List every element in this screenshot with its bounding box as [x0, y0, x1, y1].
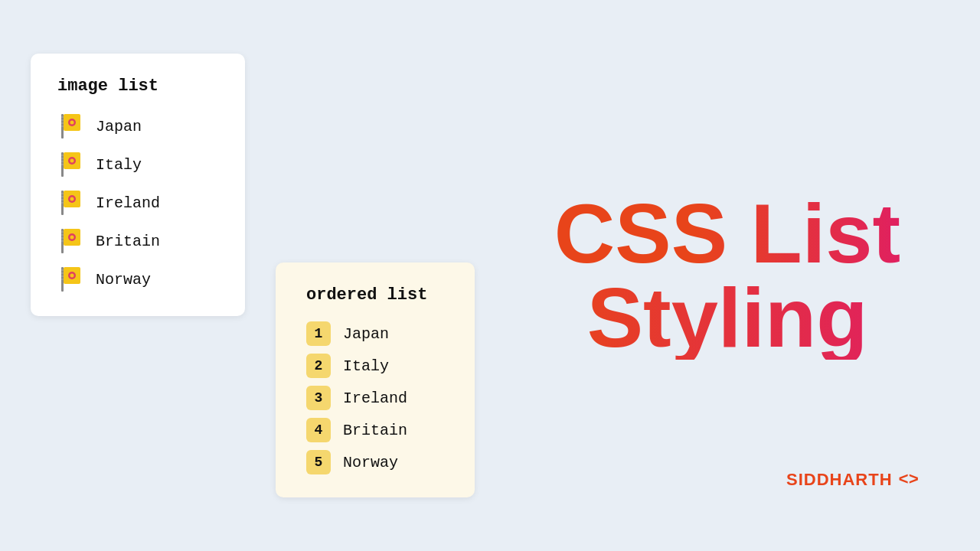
list-item-label: Italy: [96, 156, 142, 174]
list-item-label: Italy: [343, 357, 389, 375]
image-list-card: image list Japan: [31, 54, 245, 316]
list-item: Japan: [57, 112, 218, 140]
list-item: 3 Ireland: [306, 386, 444, 410]
brand-name: SIDDHARTH: [786, 470, 893, 490]
list-item: Norway: [57, 266, 218, 293]
right-section: CSS List Styling SIDDHARTH <>: [505, 31, 949, 520]
list-number: 3: [306, 386, 331, 410]
list-item-label: Norway: [343, 454, 398, 471]
svg-point-27: [70, 236, 74, 240]
list-number: 5: [306, 450, 331, 474]
heading-line2: Styling: [554, 276, 900, 360]
list-item-label: Britain: [96, 233, 160, 250]
flag-icon: [57, 266, 85, 293]
list-item: Ireland: [57, 189, 218, 217]
flag-icon: [57, 151, 85, 178]
svg-point-35: [70, 274, 74, 278]
flag-icon: [57, 227, 85, 255]
svg-point-11: [70, 159, 74, 163]
list-item-label: Japan: [96, 118, 142, 135]
list-item: 5 Norway: [306, 450, 444, 474]
flag-icon: [57, 112, 85, 140]
ordered-list-card: ordered list 1 Japan 2 Italy 3 Ireland 4…: [276, 262, 475, 497]
image-list: Japan Italy: [57, 112, 218, 293]
image-list-title: image list: [57, 77, 218, 96]
list-item-label: Ireland: [96, 194, 160, 212]
brand-icon: <>: [899, 471, 919, 490]
list-number: 2: [306, 354, 331, 378]
list-item: 4 Britain: [306, 418, 444, 442]
list-item-label: Britain: [343, 422, 407, 439]
list-item-label: Norway: [96, 271, 151, 289]
main-layout: image list Japan: [0, 0, 980, 551]
heading-line1: CSS List: [554, 191, 900, 276]
list-item: Italy: [57, 151, 218, 178]
ordered-list-title: ordered list: [306, 285, 444, 305]
list-number: 4: [306, 418, 331, 442]
brand-footer: SIDDHARTH <>: [786, 470, 919, 490]
list-number: 1: [306, 321, 331, 346]
list-item-label: Ireland: [343, 390, 407, 407]
list-item: Britain: [57, 227, 218, 255]
list-item-label: Japan: [343, 325, 389, 343]
list-item: 1 Japan: [306, 321, 444, 346]
svg-point-19: [70, 197, 74, 201]
flag-icon: [57, 189, 85, 217]
ordered-list: 1 Japan 2 Italy 3 Ireland 4 Britain 5 No…: [306, 321, 444, 474]
main-heading: CSS List Styling: [554, 191, 900, 360]
svg-point-3: [70, 121, 74, 125]
list-item: 2 Italy: [306, 354, 444, 378]
